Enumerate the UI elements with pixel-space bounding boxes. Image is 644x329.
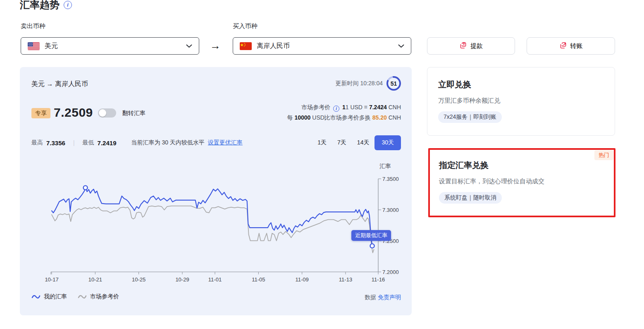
disclaimer-link[interactable]: 免责声明 bbox=[378, 294, 401, 300]
x-tick-label: 11-16 bbox=[372, 276, 385, 283]
page-title: 汇率趋势 bbox=[20, 0, 60, 12]
countdown-ring: 51 bbox=[386, 76, 401, 91]
exchange-rate-page: 汇率趋势 i 卖出币种 美元 → 买入币种 离岸人民币 bbox=[0, 0, 644, 329]
sell-currency-select[interactable]: 美元 bbox=[21, 37, 199, 55]
rate-hint: 当前汇率为 30 天内较低水平 bbox=[131, 139, 205, 146]
market-reference-line1: 市场参考价 i 11 USD = 7.2424 CNH bbox=[287, 102, 401, 113]
current-rate: 7.2509 bbox=[54, 106, 93, 120]
x-tick-label: 10-29 bbox=[175, 276, 189, 283]
instant-exchange-pill: 7x24服务｜即刻到账 bbox=[438, 111, 502, 123]
cn-flag-icon bbox=[240, 42, 252, 50]
target-rate-exchange-card[interactable]: 热门 指定汇率兑换 设置目标汇率，到达心理价位自动成交 系统盯盘｜随时取消 bbox=[428, 148, 615, 217]
rate-chart: 汇率7.35007.30007.25007.200010-1710-2110-2… bbox=[20, 162, 412, 295]
currency-pair: 美元 → 离岸人民币 bbox=[31, 80, 88, 89]
wave-icon bbox=[78, 294, 87, 300]
update-time: 更新时间 10:28:04 bbox=[336, 80, 383, 87]
lowest-rate-tooltip: 近期最低汇率 bbox=[351, 230, 391, 241]
hot-badge: 热门 bbox=[594, 150, 613, 160]
y-tick-label: 7.3000 bbox=[382, 207, 399, 213]
market-reference-line2: 每 10000 USD比市场参考价多换 85.20 CNH bbox=[287, 113, 401, 123]
countdown-value: 51 bbox=[388, 78, 399, 89]
series-市场参考价 bbox=[52, 206, 374, 253]
us-flag-icon bbox=[28, 42, 40, 50]
market-reference-block: 市场参考价 i 11 USD = 7.2424 CNH 每 10000 USD比… bbox=[287, 102, 401, 123]
x-tick-label: 11-09 bbox=[296, 276, 309, 283]
wave-icon bbox=[31, 294, 41, 300]
tab-1d[interactable]: 1天 bbox=[312, 135, 332, 150]
instant-exchange-subtitle: 万里汇多币种余额汇兑 bbox=[438, 97, 604, 105]
legend-my-rate: 我的汇率 bbox=[31, 293, 67, 300]
withdraw-label: 提款 bbox=[470, 42, 483, 50]
legend-market-rate: 市场参考价 bbox=[78, 293, 119, 300]
x-tick-label: 11-13 bbox=[339, 276, 352, 283]
buy-currency-value: 离岸人民币 bbox=[257, 42, 290, 50]
tab-30d[interactable]: 30天 bbox=[374, 135, 401, 150]
market-rate: 7.2424 bbox=[369, 104, 387, 110]
update-time-group: 更新时间 10:28:04 51 bbox=[336, 76, 401, 91]
target-rate-title: 指定汇率兑换 bbox=[439, 160, 605, 171]
buy-currency-select[interactable]: 离岸人民币 bbox=[233, 37, 411, 55]
stats-row: 最高 7.3356 ｜ 最低 7.2419 当前汇率为 30 天内较低水平 设置… bbox=[31, 139, 243, 146]
instant-exchange-card[interactable]: 立即兑换 万里汇多币种余额汇兑 7x24服务｜即刻到账 bbox=[427, 67, 615, 136]
marker bbox=[83, 186, 88, 190]
high-value: 7.3356 bbox=[46, 139, 65, 146]
y-tick-label: 7.2000 bbox=[382, 269, 399, 275]
x-tick-label: 11-05 bbox=[252, 276, 265, 283]
range-tabs: 1天 7天 14天 30天 bbox=[312, 135, 401, 150]
instant-exchange-title: 立即兑换 bbox=[438, 79, 604, 90]
buy-currency-label: 买入币种 bbox=[233, 22, 258, 30]
tab-14d[interactable]: 14天 bbox=[352, 135, 375, 150]
toggle-knob bbox=[99, 109, 106, 117]
sell-currency-value: 美元 bbox=[45, 42, 58, 50]
series-我的汇率 bbox=[52, 188, 372, 246]
transfer-button[interactable]: 转账 bbox=[527, 37, 615, 55]
flip-rate-toggle[interactable] bbox=[98, 108, 116, 118]
swap-direction-arrow: → bbox=[210, 39, 221, 52]
page-title-row: 汇率趋势 i bbox=[20, 0, 72, 12]
x-tick-label: 10-25 bbox=[132, 276, 145, 283]
low-value: 7.2419 bbox=[98, 139, 117, 146]
sell-currency-label: 卖出币种 bbox=[21, 22, 45, 30]
set-better-rate-link[interactable]: 设置更优汇率 bbox=[208, 139, 243, 146]
disclaimer-row: 数据 免责声明 bbox=[365, 294, 401, 301]
chart-legend: 我的汇率 市场参考价 bbox=[31, 293, 119, 300]
chevron-down-icon bbox=[398, 42, 404, 50]
marker bbox=[370, 244, 374, 248]
transfer-icon bbox=[559, 42, 567, 50]
x-tick-label: 11-01 bbox=[208, 276, 222, 283]
flip-rate-label: 翻转汇率 bbox=[122, 110, 145, 117]
withdraw-button[interactable]: 提款 bbox=[427, 37, 515, 55]
target-rate-subtitle: 设置目标汇率，到达心理价位自动成交 bbox=[439, 178, 605, 185]
y-tick-label: 7.3500 bbox=[382, 176, 399, 182]
vip-badge: 专享 bbox=[31, 108, 50, 118]
x-tick-label: 10-17 bbox=[45, 276, 58, 283]
target-rate-pill: 系统盯盘｜随时取消 bbox=[439, 192, 502, 204]
tab-7d[interactable]: 7天 bbox=[332, 135, 352, 150]
rate-trend-card: 美元 → 离岸人民币 更新时间 10:28:04 51 专享 7.2509 翻转… bbox=[20, 67, 412, 315]
y-axis-title: 汇率 bbox=[379, 163, 391, 169]
high-label: 最高 bbox=[31, 139, 43, 146]
x-tick-label: 10-21 bbox=[88, 276, 102, 283]
transfer-label: 转账 bbox=[570, 42, 583, 50]
info-icon[interactable]: i bbox=[333, 106, 339, 112]
chevron-down-icon bbox=[186, 42, 192, 50]
info-icon[interactable]: i bbox=[64, 1, 72, 9]
low-label: 最低 bbox=[83, 139, 94, 146]
bonus-amount: 85.20 bbox=[372, 114, 387, 121]
withdraw-icon bbox=[459, 42, 467, 50]
